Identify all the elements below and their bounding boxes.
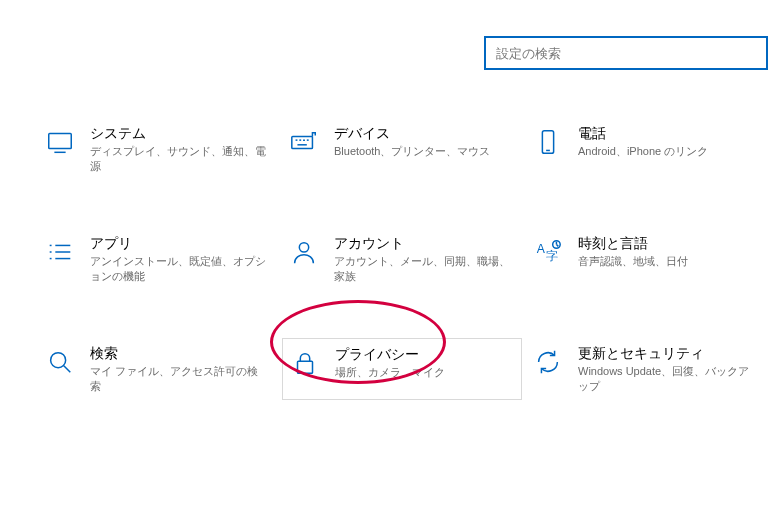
tile-desc: ディスプレイ、サウンド、通知、電源 — [90, 144, 268, 174]
tile-desc: アカウント、メール、同期、職場、家族 — [334, 254, 512, 284]
svg-point-22 — [51, 353, 66, 368]
tile-title: システム — [90, 124, 268, 142]
tile-desc: アンインストール、既定値、オプションの機能 — [90, 254, 268, 284]
tile-texts: アプリ アンインストール、既定値、オプションの機能 — [90, 234, 268, 284]
svg-line-23 — [64, 366, 71, 373]
search-container — [484, 36, 768, 70]
lock-icon — [289, 347, 321, 379]
tile-title: アプリ — [90, 234, 268, 252]
tile-title: デバイス — [334, 124, 512, 142]
tile-desc: Android、iPhone のリンク — [578, 144, 756, 159]
tile-title: 更新とセキュリティ — [578, 344, 756, 362]
svg-rect-24 — [298, 361, 313, 373]
tile-texts: 電話 Android、iPhone のリンク — [578, 124, 756, 159]
tile-title: 電話 — [578, 124, 756, 142]
svg-text:A: A — [537, 242, 546, 256]
svg-point-16 — [299, 243, 308, 252]
tile-apps[interactable]: アプリ アンインストール、既定値、オプションの機能 — [38, 228, 278, 290]
tile-desc: 音声認識、地域、日付 — [578, 254, 756, 269]
tile-texts: デバイス Bluetooth、プリンター、マウス — [334, 124, 512, 159]
tile-devices[interactable]: デバイス Bluetooth、プリンター、マウス — [282, 118, 522, 180]
display-icon — [44, 126, 76, 158]
settings-grid: システム ディスプレイ、サウンド、通知、電源 デバイス Bluetooth、プリ… — [38, 118, 768, 400]
phone-icon — [532, 126, 564, 158]
svg-text:字: 字 — [546, 249, 558, 263]
tile-title: 時刻と言語 — [578, 234, 756, 252]
tile-privacy[interactable]: プライバシー 場所、カメラ、マイク — [282, 338, 522, 400]
tile-title: プライバシー — [335, 345, 511, 363]
tile-texts: 時刻と言語 音声認識、地域、日付 — [578, 234, 756, 269]
tile-system[interactable]: システム ディスプレイ、サウンド、通知、電源 — [38, 118, 278, 180]
tile-texts: システム ディスプレイ、サウンド、通知、電源 — [90, 124, 268, 174]
svg-rect-2 — [292, 136, 313, 148]
tile-phone[interactable]: 電話 Android、iPhone のリンク — [526, 118, 766, 180]
tile-title: 検索 — [90, 344, 268, 362]
tile-desc: Bluetooth、プリンター、マウス — [334, 144, 512, 159]
language-icon: A字 — [532, 236, 564, 268]
tile-update-security[interactable]: 更新とセキュリティ Windows Update、回復、バックアップ — [526, 338, 766, 400]
tile-texts: 更新とセキュリティ Windows Update、回復、バックアップ — [578, 344, 756, 394]
apps-list-icon — [44, 236, 76, 268]
keyboard-icon — [288, 126, 320, 158]
tile-desc: 場所、カメラ、マイク — [335, 365, 511, 380]
tile-desc: Windows Update、回復、バックアップ — [578, 364, 756, 394]
tile-desc: マイ ファイル、アクセス許可の検索 — [90, 364, 268, 394]
sync-icon — [532, 346, 564, 378]
tile-texts: 検索 マイ ファイル、アクセス許可の検索 — [90, 344, 268, 394]
tile-texts: プライバシー 場所、カメラ、マイク — [335, 345, 511, 380]
person-icon — [288, 236, 320, 268]
tile-title: アカウント — [334, 234, 512, 252]
svg-line-21 — [556, 245, 558, 247]
search-icon — [44, 346, 76, 378]
tile-accounts[interactable]: アカウント アカウント、メール、同期、職場、家族 — [282, 228, 522, 290]
tile-search[interactable]: 検索 マイ ファイル、アクセス許可の検索 — [38, 338, 278, 400]
search-input[interactable] — [484, 36, 768, 70]
tile-time-language[interactable]: A字 時刻と言語 音声認識、地域、日付 — [526, 228, 766, 290]
tile-texts: アカウント アカウント、メール、同期、職場、家族 — [334, 234, 512, 284]
svg-rect-0 — [49, 134, 72, 149]
